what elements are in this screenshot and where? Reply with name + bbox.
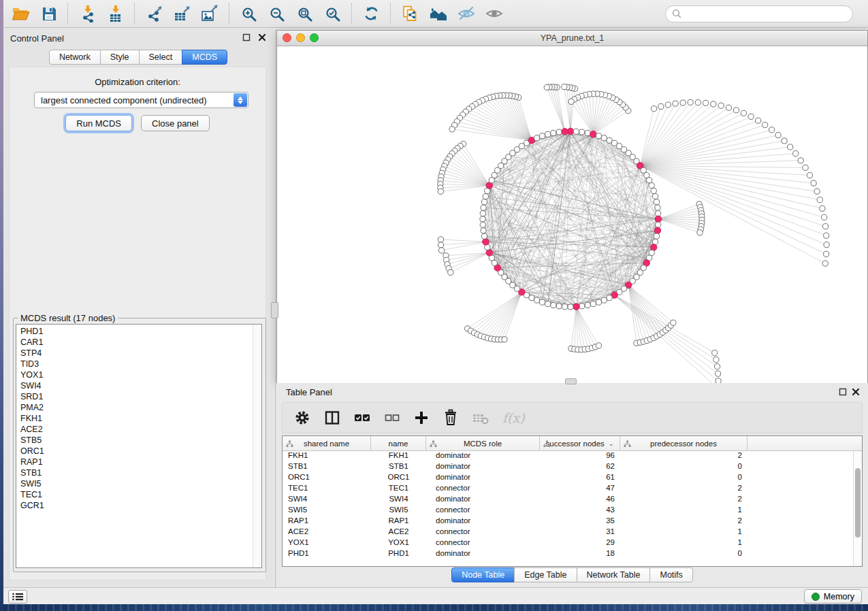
cell[interactable]: ACE2	[283, 527, 371, 538]
column-header-predecessor-nodes[interactable]: predecessor nodes	[620, 436, 748, 451]
table-row[interactable]: ORC1ORC1dominator610	[283, 473, 862, 484]
close-panel-button[interactable]: Close panel	[141, 115, 210, 131]
mcds-result-item[interactable]: YOX1	[16, 369, 261, 380]
tab-network[interactable]: Network	[49, 50, 101, 65]
cell[interactable]: TEC1	[371, 484, 426, 495]
column-header-shared-name[interactable]: shared name	[283, 436, 371, 451]
mcds-result-item[interactable]: SWI5	[16, 478, 261, 489]
cell[interactable]: 96	[540, 451, 620, 462]
select-all-checks-icon[interactable]	[353, 410, 371, 426]
cell[interactable]: 18	[540, 549, 620, 560]
mcds-result-item[interactable]: PHD1	[16, 326, 261, 337]
cell[interactable]: 43	[540, 506, 620, 516]
cell[interactable]: SWI5	[283, 506, 371, 516]
cell[interactable]: 2	[620, 451, 748, 462]
cell[interactable]: RAP1	[283, 516, 371, 527]
hide-selected-icon[interactable]	[452, 2, 480, 25]
first-neighbors-icon[interactable]	[424, 2, 452, 25]
cell[interactable]: 2	[620, 484, 748, 495]
table-row[interactable]: SWI5SWI5connector431	[283, 506, 862, 516]
cell[interactable]: STB1	[283, 462, 371, 473]
table-tab-edge-table[interactable]: Edge Table	[514, 567, 577, 582]
cell[interactable]: ORC1	[283, 473, 371, 484]
import-network-icon[interactable]	[74, 2, 101, 25]
cell[interactable]: YOX1	[283, 538, 371, 549]
table-row[interactable]: ACE2ACE2connector311	[283, 527, 862, 538]
close-panel-icon[interactable]	[257, 33, 267, 43]
mcds-result-item[interactable]: PMA2	[16, 402, 261, 413]
split-columns-icon[interactable]	[324, 410, 340, 426]
save-icon[interactable]	[35, 2, 63, 25]
delete-column-icon[interactable]	[443, 409, 459, 427]
cell[interactable]: 61	[540, 473, 620, 484]
cell[interactable]: dominator	[426, 549, 540, 560]
window-close-icon[interactable]	[283, 33, 291, 42]
cell[interactable]: ACE2	[371, 527, 426, 538]
cell[interactable]: RAP1	[371, 516, 426, 527]
search-input[interactable]	[685, 6, 852, 21]
zoom-in-icon[interactable]	[235, 2, 263, 25]
export-network-icon[interactable]	[140, 2, 168, 25]
table-row[interactable]: RAP1RAP1dominator352	[283, 516, 862, 527]
table-row[interactable]: STB1STB1dominator620	[283, 462, 862, 473]
cell[interactable]: 1	[620, 527, 748, 538]
export-table-icon[interactable]	[168, 2, 196, 25]
cell[interactable]: dominator	[426, 516, 540, 527]
cell[interactable]: 31	[540, 527, 620, 538]
cell[interactable]: SWI4	[371, 495, 426, 506]
horizontal-splitter-handle[interactable]	[565, 378, 577, 384]
cell[interactable]: dominator	[426, 451, 540, 462]
table-scrollbar-thumb[interactable]	[855, 468, 861, 538]
table-scrollbar[interactable]	[853, 451, 862, 566]
settings-gear-icon[interactable]	[293, 409, 311, 427]
zoom-fit-icon[interactable]	[291, 2, 319, 25]
cell[interactable]: connector	[426, 484, 540, 495]
show-all-icon[interactable]	[480, 2, 508, 25]
cell[interactable]: 1	[620, 506, 748, 516]
memory-button[interactable]: Memory	[804, 589, 862, 604]
tab-mcds[interactable]: MCDS	[182, 50, 227, 65]
mcds-result-item[interactable]: STB5	[16, 435, 261, 446]
network-graph[interactable]	[277, 46, 867, 383]
mcds-result-item[interactable]: SRD1	[16, 391, 261, 402]
cell[interactable]: 0	[620, 462, 748, 473]
cell[interactable]: connector	[426, 506, 540, 516]
zoom-selected-icon[interactable]	[319, 2, 347, 25]
run-mcds-button[interactable]: Run MCDS	[65, 115, 132, 131]
float-table-panel-icon[interactable]	[838, 388, 848, 397]
mcds-result-item[interactable]: ACE2	[16, 424, 261, 435]
cell[interactable]: 2	[620, 495, 748, 506]
clone-network-icon[interactable]	[396, 2, 424, 25]
mcds-result-item[interactable]: GCR1	[16, 500, 261, 511]
deselect-all-checks-icon[interactable]	[384, 410, 400, 426]
column-header-name[interactable]: name	[371, 436, 426, 451]
cell[interactable]: 0	[620, 549, 748, 560]
cell[interactable]: connector	[426, 538, 540, 549]
refresh-icon[interactable]	[357, 2, 385, 25]
table-tab-node-table[interactable]: Node Table	[451, 567, 515, 582]
cell[interactable]: 2	[620, 516, 748, 527]
mcds-result-item[interactable]: TID3	[16, 359, 261, 369]
cell[interactable]: 29	[540, 538, 620, 549]
import-table-icon[interactable]	[101, 2, 129, 25]
cell[interactable]: PHD1	[371, 549, 426, 560]
zoom-out-icon[interactable]	[263, 2, 291, 25]
close-table-panel-icon[interactable]	[851, 388, 861, 397]
cell[interactable]: 47	[540, 484, 620, 495]
float-panel-icon[interactable]	[242, 33, 251, 43]
table-tab-motifs[interactable]: Motifs	[649, 567, 692, 582]
cell[interactable]: 0	[620, 473, 748, 484]
add-column-icon[interactable]	[413, 410, 430, 426]
tab-select[interactable]: Select	[139, 50, 183, 65]
cell[interactable]: SWI4	[283, 495, 371, 506]
network-window-titlebar[interactable]: YPA_prune.txt_1	[277, 31, 867, 46]
mcds-result-item[interactable]: STP4	[16, 348, 261, 359]
table-row[interactable]: YOX1YOX1connector291	[283, 538, 862, 549]
cell[interactable]: FKH1	[283, 451, 371, 462]
table-row[interactable]: PHD1PHD1dominator180	[283, 549, 862, 560]
mcds-result-item[interactable]: FKH1	[16, 413, 261, 424]
mcds-result-item[interactable]: TEC1	[16, 489, 261, 500]
table-row[interactable]: FKH1FKH1dominator962	[283, 451, 862, 462]
cell[interactable]: SWI5	[371, 506, 426, 516]
export-image-icon[interactable]	[196, 2, 224, 25]
